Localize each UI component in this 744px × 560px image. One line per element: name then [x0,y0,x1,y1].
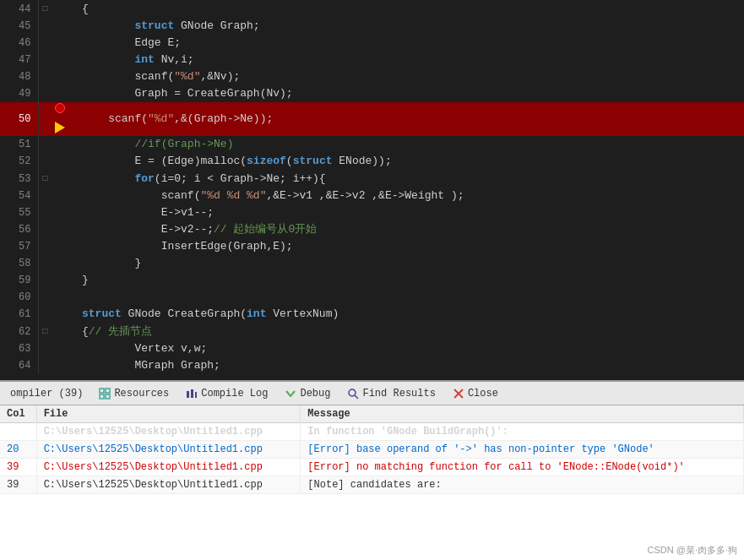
line-number: 59 [0,272,38,289]
fold-icon[interactable]: □ [42,174,47,183]
line-number: 44 [0,0,38,18]
line-number: 57 [0,238,38,255]
fold-icon[interactable]: □ [42,327,47,336]
breakpoint-cell [52,52,68,68]
fold-cell: □ [38,170,52,188]
tab-close[interactable]: Close [445,384,506,403]
tab-bar: ompiler (39) Resources Compile Log Debug… [0,382,744,405]
resources-icon [99,388,111,400]
breakpoint-cell [52,204,68,221]
breakpoint-cell [52,18,68,35]
close-label: Close [468,388,498,400]
breakpoint-cell [52,0,68,18]
breakpoint-cell [52,136,68,153]
line-number: 63 [0,340,38,357]
col-header: Col [0,405,36,423]
message-value: [Error] base operand of '->' has non-poi… [301,441,744,459]
svg-line-8 [355,395,358,399]
fold-icon[interactable]: □ [42,4,47,14]
compiler-tab-label: ompiler (39) [3,385,90,402]
debug-label: Debug [300,388,330,400]
line-number: 46 [0,35,38,52]
code-line-content: {// 先插节点 [68,323,744,340]
tab-debug[interactable]: Debug [277,384,338,403]
breakpoint-cell [52,323,68,340]
code-line-content: scanf("%d",&(Graph->Ne)); [68,102,744,136]
line-number: 55 [0,204,38,221]
code-line-content [68,289,744,306]
code-line-content: Vertex v,w; [68,340,744,357]
file-value: C:\Users\12525\Desktop\Untitled1.cpp [36,441,301,459]
table-row: 39C:\Users\12525\Desktop\Untitled1.cpp[N… [0,476,744,494]
bottom-panel: ompiler (39) Resources Compile Log Debug… [0,380,744,560]
line-number: 64 [0,357,38,374]
breakpoint-cell [52,340,68,357]
table-header-row: Col File Message [0,405,744,423]
fold-cell [38,35,52,52]
code-line-content: Graph = CreateGraph(Nv); [68,85,744,102]
breakpoint-cell [52,357,68,374]
message-cell: In function 'GNode BuildGraph()': [301,423,744,441]
fold-cell [38,255,52,272]
fold-cell [38,357,52,374]
code-line-content: E->v2--;// 起始编号从0开始 [68,221,744,238]
code-editor[interactable]: 44□{45 struct GNode Graph;46 Edge E;47 i… [0,0,744,380]
code-line-content: Edge E; [68,35,744,52]
fold-cell: □ [38,0,52,18]
col-value: 20 [0,441,36,459]
message-value: [Error] no matching function for call to… [301,459,744,476]
line-number: 54 [0,188,38,204]
compile-log-label: Compile Log [201,388,268,400]
code-line-content: scanf("%d",&Nv); [68,68,744,85]
resources-label: Resources [114,388,169,400]
fold-cell: □ [38,323,52,340]
file-value: C:\Users\12525\Desktop\Untitled1.cpp [36,476,301,494]
col-value: 39 [0,459,36,476]
line-number: 52 [0,153,38,170]
breakpoint-cell [52,289,68,306]
tab-compile-log[interactable]: Compile Log [178,384,275,403]
fold-cell [38,85,52,102]
line-number: 60 [0,289,38,306]
breakpoint-arrow [55,122,65,133]
tab-resources[interactable]: Resources [91,384,176,403]
breakpoint-cell [52,272,68,289]
breakpoint-cell [52,188,68,204]
breakpoint-cell [52,102,68,136]
code-line-content: struct GNode CreateGraph(int VertexNum) [68,306,744,323]
breakpoint-cell [52,170,68,188]
line-number: 49 [0,85,38,102]
error-table-area[interactable]: Col File Message C:\Users\12525\Desktop\… [0,405,744,560]
svg-rect-4 [187,391,189,398]
svg-rect-0 [100,389,104,393]
svg-rect-1 [106,389,110,393]
fold-cell [38,102,52,136]
find-results-label: Find Results [362,388,435,400]
svg-rect-6 [195,392,197,398]
fold-cell [38,68,52,85]
table-row: 20C:\Users\12525\Desktop\Untitled1.cpp[E… [0,441,744,459]
code-line-content: E->v1--; [68,204,744,221]
line-number: 56 [0,221,38,238]
tab-find-results[interactable]: Find Results [339,384,443,403]
breakpoint-cell [52,68,68,85]
line-number: 61 [0,306,38,323]
line-number: 53 [0,170,38,188]
code-line-content: //if(Graph->Ne) [68,136,744,153]
col-cell [0,423,36,441]
breakpoint-cell [52,221,68,238]
breakpoint-dot [55,103,65,113]
line-number: 62 [0,323,38,340]
line-number: 48 [0,68,38,85]
line-number: 51 [0,136,38,153]
breakpoint-cell [52,306,68,323]
code-line-content: scanf("%d %d %d",&E->v1 ,&E->v2 ,&E->Wei… [68,188,744,204]
fold-cell [38,306,52,323]
fold-cell [38,188,52,204]
message-header: Message [301,405,744,423]
col-value: 39 [0,476,36,494]
svg-point-7 [349,389,356,396]
breakpoint-cell [52,153,68,170]
breakpoint-cell [52,85,68,102]
svg-rect-5 [191,389,193,398]
